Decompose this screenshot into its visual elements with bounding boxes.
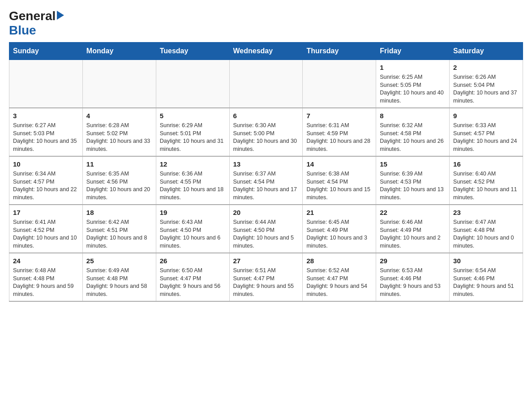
day-number: 29 [380,256,446,265]
sunset-text: Sunset: 5:03 PM [13,130,54,137]
daylight-text: Daylight: 9 hours and 58 minutes. [86,283,147,297]
day-number: 23 [453,208,519,217]
daylight-text: Daylight: 10 hours and 28 minutes. [306,138,370,152]
calendar-day-cell: 14Sunrise: 6:38 AMSunset: 4:54 PMDayligh… [303,156,376,205]
sunrise-text: Sunrise: 6:33 AM [453,122,496,128]
sunset-text: Sunset: 4:59 PM [306,130,348,137]
sunset-text: Sunset: 5:04 PM [453,82,494,88]
sunrise-text: Sunrise: 6:29 AM [160,122,202,128]
sunrise-text: Sunrise: 6:47 AM [453,219,496,225]
daylight-text: Daylight: 10 hours and 37 minutes. [453,90,517,104]
day-number: 10 [13,159,79,169]
calendar-day-cell: 18Sunrise: 6:42 AMSunset: 4:51 PMDayligh… [82,205,156,253]
sunset-text: Sunset: 4:48 PM [453,227,494,233]
calendar-day-cell: 28Sunrise: 6:52 AMSunset: 4:47 PMDayligh… [303,253,376,301]
weekday-header-saturday: Saturday [450,43,523,60]
day-number: 18 [86,208,152,217]
calendar-day-cell: 25Sunrise: 6:49 AMSunset: 4:48 PMDayligh… [82,253,156,301]
day-number: 1 [380,63,446,72]
sunrise-text: Sunrise: 6:50 AM [160,267,202,274]
logo-general-text: General [9,9,56,23]
calendar-day-cell: 11Sunrise: 6:35 AMSunset: 4:56 PMDayligh… [82,156,156,205]
daylight-text: Daylight: 10 hours and 11 minutes. [453,186,517,201]
sunrise-text: Sunrise: 6:45 AM [306,219,349,225]
day-number: 12 [160,159,226,169]
sunset-text: Sunset: 4:50 PM [160,227,201,233]
daylight-text: Daylight: 10 hours and 2 minutes. [380,235,441,249]
sunrise-text: Sunrise: 6:27 AM [13,122,56,128]
sunrise-text: Sunrise: 6:25 AM [380,74,422,80]
daylight-text: Daylight: 10 hours and 40 minutes. [380,90,443,104]
sunrise-text: Sunrise: 6:53 AM [380,267,422,274]
day-number: 14 [306,159,372,169]
daylight-text: Daylight: 10 hours and 33 minutes. [86,138,150,152]
sunset-text: Sunset: 4:53 PM [380,179,421,185]
calendar-day-cell [229,60,303,108]
daylight-text: Daylight: 10 hours and 18 minutes. [160,186,223,201]
daylight-text: Daylight: 10 hours and 31 minutes. [160,138,223,152]
daylight-text: Daylight: 10 hours and 17 minutes. [233,186,297,201]
sunrise-text: Sunrise: 6:32 AM [380,122,422,128]
calendar-day-cell: 26Sunrise: 6:50 AMSunset: 4:47 PMDayligh… [156,253,229,301]
calendar-table: SundayMondayTuesdayWednesdayThursdayFrid… [9,42,523,302]
sunset-text: Sunset: 4:47 PM [160,275,201,282]
calendar-day-cell [303,60,376,108]
sunrise-text: Sunrise: 6:44 AM [233,219,276,225]
day-number: 20 [233,208,299,217]
day-number: 8 [380,111,446,120]
daylight-text: Daylight: 10 hours and 20 minutes. [86,186,150,201]
sunset-text: Sunset: 4:57 PM [13,179,54,185]
calendar-day-cell: 6Sunrise: 6:30 AMSunset: 5:00 PMDaylight… [229,108,303,156]
weekday-header-monday: Monday [82,43,156,60]
sunrise-text: Sunrise: 6:31 AM [306,122,349,128]
daylight-text: Daylight: 10 hours and 22 minutes. [13,186,77,201]
weekday-header-row: SundayMondayTuesdayWednesdayThursdayFrid… [9,43,523,60]
sunset-text: Sunset: 4:48 PM [13,275,54,282]
sunrise-text: Sunrise: 6:51 AM [233,267,276,274]
day-number: 28 [306,256,372,265]
weekday-header-friday: Friday [376,43,450,60]
daylight-text: Daylight: 10 hours and 8 minutes. [86,235,147,249]
calendar-day-cell: 12Sunrise: 6:36 AMSunset: 4:55 PMDayligh… [156,156,229,205]
day-number: 3 [13,111,79,120]
daylight-text: Daylight: 10 hours and 30 minutes. [233,138,297,152]
day-number: 30 [453,256,519,265]
daylight-text: Daylight: 10 hours and 35 minutes. [13,138,77,152]
day-number: 17 [13,208,79,217]
sunrise-text: Sunrise: 6:38 AM [306,171,349,177]
sunset-text: Sunset: 4:49 PM [306,227,348,233]
sunset-text: Sunset: 4:55 PM [160,179,201,185]
calendar-day-cell: 7Sunrise: 6:31 AMSunset: 4:59 PMDaylight… [303,108,376,156]
sunrise-text: Sunrise: 6:48 AM [13,267,56,274]
calendar-day-cell: 29Sunrise: 6:53 AMSunset: 4:46 PMDayligh… [376,253,450,301]
calendar-day-cell: 10Sunrise: 6:34 AMSunset: 4:57 PMDayligh… [9,156,83,205]
day-number: 11 [86,159,152,169]
sunset-text: Sunset: 4:47 PM [306,275,348,282]
calendar-day-cell: 20Sunrise: 6:44 AMSunset: 4:50 PMDayligh… [229,205,303,253]
sunrise-text: Sunrise: 6:40 AM [453,171,496,177]
day-number: 2 [453,63,519,72]
daylight-text: Daylight: 9 hours and 56 minutes. [160,283,221,297]
weekday-header-wednesday: Wednesday [229,43,303,60]
sunset-text: Sunset: 4:49 PM [380,227,421,233]
calendar-day-cell: 9Sunrise: 6:33 AMSunset: 4:57 PMDaylight… [450,108,523,156]
calendar-day-cell: 8Sunrise: 6:32 AMSunset: 4:58 PMDaylight… [376,108,450,156]
sunset-text: Sunset: 4:46 PM [453,275,494,282]
day-number: 19 [160,208,226,217]
sunset-text: Sunset: 5:02 PM [86,130,128,137]
day-number: 13 [233,159,299,169]
calendar-day-cell: 1Sunrise: 6:25 AMSunset: 5:05 PMDaylight… [376,60,450,108]
calendar-day-cell: 17Sunrise: 6:41 AMSunset: 4:52 PMDayligh… [9,205,83,253]
sunset-text: Sunset: 4:48 PM [86,275,128,282]
sunrise-text: Sunrise: 6:41 AM [13,219,56,225]
sunrise-text: Sunrise: 6:39 AM [380,171,422,177]
day-number: 16 [453,159,519,169]
sunrise-text: Sunrise: 6:54 AM [453,267,496,274]
daylight-text: Daylight: 9 hours and 54 minutes. [306,283,367,297]
sunrise-text: Sunrise: 6:49 AM [86,267,129,274]
day-number: 21 [306,208,372,217]
daylight-text: Daylight: 10 hours and 0 minutes. [453,235,514,249]
sunset-text: Sunset: 4:51 PM [86,227,128,233]
calendar-day-cell [156,60,229,108]
sunset-text: Sunset: 4:57 PM [453,130,494,137]
